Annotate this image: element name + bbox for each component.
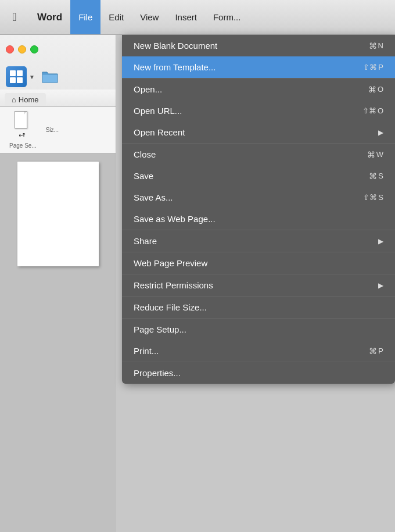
menu-item-format[interactable]: Form... (205, 0, 249, 34)
traffic-lights (6, 45, 38, 53)
menu-bar:  Word new-blank File Edit View Insert F… (0, 0, 395, 35)
menu-section-properties: Properties... (122, 362, 395, 384)
toolbar-area: ▼ ⌂ Home (0, 35, 116, 151)
minimize-window-button[interactable] (18, 45, 26, 53)
menu-section-new: New Blank Document ⌘N New from Template.… (122, 35, 395, 78)
tab-home-label: Home (19, 95, 39, 104)
menu-item-restrict[interactable]: Restrict Permissions ▶ (122, 274, 395, 296)
tab-home[interactable]: ⌂ Home (5, 93, 46, 106)
ribbon-tabs: ⌂ Home (0, 90, 116, 107)
menu-item-edit[interactable]: Edit (100, 0, 132, 34)
ribbon-section-pagesetup: Page Se... (5, 109, 41, 151)
file-dropdown-menu: New Blank Document ⌘N New from Template.… (122, 35, 395, 384)
menu-item-new-blank[interactable]: New Blank Document ⌘N (122, 35, 395, 56)
menu-section-close-save: Close ⌘W Save ⌘S Save As... ⇧⌘S Save as … (122, 144, 395, 230)
menu-item-save[interactable]: Save ⌘S (122, 165, 395, 187)
close-window-button[interactable] (6, 45, 14, 53)
document-page (17, 162, 99, 266)
menu-item-file[interactable]: new-blank File (70, 0, 100, 34)
menu-item-new-template[interactable]: New from Template... ⇧⌘P (122, 56, 395, 78)
menu-section-page-print: Page Setup... Print... ⌘P (122, 319, 395, 362)
menu-item-share[interactable]: Share ▶ (122, 230, 395, 252)
dropdown-arrow-icon[interactable]: ▼ (29, 74, 35, 80)
arrows-icon (19, 133, 26, 140)
folder-icon[interactable] (40, 66, 60, 87)
menu-item-web-preview[interactable]: Web Page Preview (122, 252, 395, 274)
grid-icon (8, 68, 25, 85)
menu-item-open-recent[interactable]: Open Recent ▶ (122, 122, 395, 143)
apple-icon:  (12, 10, 16, 24)
menu-item-view[interactable]: View (132, 0, 167, 34)
maximize-window-button[interactable] (30, 45, 38, 53)
home-icon: ⌂ (12, 95, 16, 104)
menu-item-word[interactable]: Word (29, 0, 70, 34)
menu-item-save-web[interactable]: Save as Web Page... (122, 208, 395, 230)
menu-section-web-preview: Web Page Preview (122, 252, 395, 274)
menu-section-restrict: Restrict Permissions ▶ (122, 274, 395, 297)
toolbar-buttons-row: ▼ (0, 64, 116, 90)
menu-item-open-url[interactable]: Open URL... ⇧⌘O (122, 100, 395, 122)
menu-item-page-setup[interactable]: Page Setup... (122, 319, 395, 340)
menu-section-share: Share ▶ (122, 230, 395, 252)
ribbon-section-label: Page Se... (9, 142, 37, 149)
menu-section-reduce: Reduce File Size... (122, 297, 395, 319)
ribbon-section-size: Siz... (41, 124, 63, 135)
menu-item-open[interactable]: Open... ⌘O (122, 78, 395, 100)
menu-item-insert[interactable]: Insert (167, 0, 205, 34)
menu-item-close[interactable]: Close ⌘W (122, 144, 395, 165)
menu-section-open: Open... ⌘O Open URL... ⇧⌘O Open Recent ▶ (122, 78, 395, 144)
ribbon-content: Page Se... Siz... (0, 107, 116, 153)
apple-menu[interactable]:  (0, 0, 29, 34)
template-icon[interactable] (6, 66, 27, 87)
menu-item-print[interactable]: Print... ⌘P (122, 340, 395, 362)
document-area (0, 150, 116, 532)
toolbar-traffic-lights-row (0, 35, 116, 64)
menu-item-properties[interactable]: Properties... (122, 362, 395, 384)
menu-item-save-as[interactable]: Save As... ⇧⌘S (122, 187, 395, 208)
menu-item-reduce-size[interactable]: Reduce File Size... (122, 297, 395, 318)
